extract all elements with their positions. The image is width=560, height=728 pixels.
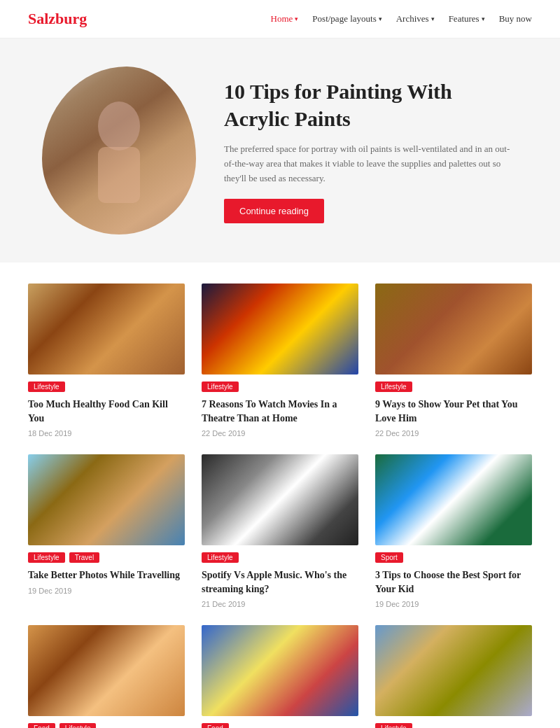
- card-date: 22 Dec 2019: [375, 429, 532, 438]
- tag-label[interactable]: Lifestyle: [28, 382, 65, 392]
- chevron-down-icon: ▾: [482, 15, 485, 22]
- site-logo[interactable]: Salzburg: [28, 10, 87, 28]
- card-date: 19 Dec 2019: [28, 587, 185, 595]
- card-image: [375, 625, 532, 716]
- tag-label[interactable]: Lifestyle: [28, 552, 65, 563]
- tag-label[interactable]: Lifestyle: [375, 723, 412, 728]
- card-title[interactable]: Take Better Photos While Travelling: [28, 568, 185, 582]
- nav-link-archives[interactable]: Archives ▾: [396, 13, 435, 24]
- card-date: 22 Dec 2019: [202, 429, 358, 438]
- card-title[interactable]: 7 Reasons To Watch Movies In a Theatre T…: [202, 398, 358, 425]
- chevron-down-icon: ▾: [379, 15, 382, 22]
- card-tags: FoodLifestyle: [28, 723, 185, 728]
- card-date: 18 Dec 2019: [28, 429, 185, 438]
- card-date: 19 Dec 2019: [375, 600, 532, 608]
- tag-label[interactable]: Food: [202, 723, 229, 728]
- article-card[interactable]: Sport3 Tips to Choose the Best Sport for…: [375, 454, 532, 608]
- tag-label[interactable]: Lifestyle: [375, 382, 412, 392]
- card-title[interactable]: Spotify Vs Apple Music. Who's the stream…: [202, 568, 358, 596]
- tag-label[interactable]: Lifestyle: [202, 382, 239, 392]
- tag-label[interactable]: Food: [28, 723, 55, 728]
- article-card[interactable]: Lifestyle9 Ways to Show Your Pet that Yo…: [375, 284, 532, 438]
- card-date: 21 Dec 2019: [202, 600, 358, 608]
- card-tags: Lifestyle: [375, 382, 532, 392]
- hero-section: 10 Tips for Painting With Acrylic Paints…: [0, 38, 560, 262]
- nav-links: Home ▾ Post/page layouts ▾ Archives ▾ Fe…: [271, 13, 532, 24]
- article-card[interactable]: LifestyleSurrealism in Photography14 Jan…: [375, 625, 532, 728]
- card-tags: Food: [202, 723, 358, 728]
- hero-description: The preferred space for portray with oil…: [224, 142, 518, 186]
- tag-label[interactable]: Travel: [69, 552, 99, 563]
- continue-reading-button[interactable]: Continue reading: [224, 199, 324, 223]
- card-image: [202, 625, 358, 716]
- card-tags: Lifestyle: [28, 382, 185, 392]
- article-card[interactable]: FoodLifestyleTop 5 Recipes For Delicious…: [28, 625, 185, 728]
- nav-link-buy[interactable]: Buy now: [499, 13, 532, 24]
- card-title[interactable]: Too Much Healthy Food Can Kill You: [28, 398, 185, 425]
- card-image: [28, 625, 185, 716]
- card-tags: Lifestyle: [375, 723, 532, 728]
- article-card[interactable]: FoodFive Fascinating Food Facts That Are…: [202, 625, 358, 728]
- tag-label[interactable]: Lifestyle: [202, 552, 239, 563]
- hero-image: [42, 66, 196, 234]
- tag-label[interactable]: Sport: [375, 552, 403, 563]
- article-card[interactable]: LifestyleToo Much Healthy Food Can Kill …: [28, 284, 185, 438]
- card-image: [375, 454, 532, 545]
- card-image: [202, 454, 358, 545]
- card-image: [202, 284, 358, 374]
- hero-content: 10 Tips for Painting With Acrylic Paints…: [224, 78, 518, 223]
- card-tags: Lifestyle: [202, 382, 358, 392]
- article-card[interactable]: Lifestyle7 Reasons To Watch Movies In a …: [202, 284, 358, 438]
- hero-title: 10 Tips for Painting With Acrylic Paints: [224, 78, 518, 132]
- svg-point-0: [98, 102, 140, 150]
- articles-grid: LifestyleToo Much Healthy Food Can Kill …: [28, 284, 532, 728]
- article-card[interactable]: LifestyleTravelTake Better Photos While …: [28, 454, 185, 608]
- card-tags: Lifestyle: [202, 552, 358, 563]
- card-tags: LifestyleTravel: [28, 552, 185, 563]
- nav-link-post[interactable]: Post/page layouts ▾: [312, 13, 382, 24]
- card-title[interactable]: 3 Tips to Choose the Best Sport for Your…: [375, 568, 532, 596]
- nav-link-home[interactable]: Home ▾: [271, 13, 299, 24]
- card-tags: Sport: [375, 552, 532, 563]
- nav-link-features[interactable]: Features ▾: [449, 13, 485, 24]
- navbar: Salzburg Home ▾ Post/page layouts ▾ Arch…: [0, 0, 560, 38]
- article-card[interactable]: LifestyleSpotify Vs Apple Music. Who's t…: [202, 454, 358, 608]
- chevron-down-icon: ▾: [295, 15, 298, 22]
- articles-section: LifestyleToo Much Healthy Food Can Kill …: [0, 262, 560, 728]
- card-title[interactable]: 9 Ways to Show Your Pet that You Love Hi…: [375, 398, 532, 425]
- svg-rect-1: [98, 147, 140, 203]
- tag-label[interactable]: Lifestyle: [59, 723, 97, 728]
- chevron-down-icon: ▾: [431, 15, 435, 22]
- card-image: [28, 284, 185, 374]
- card-image: [375, 284, 532, 374]
- card-image: [28, 454, 185, 545]
- hero-illustration: [56, 77, 182, 224]
